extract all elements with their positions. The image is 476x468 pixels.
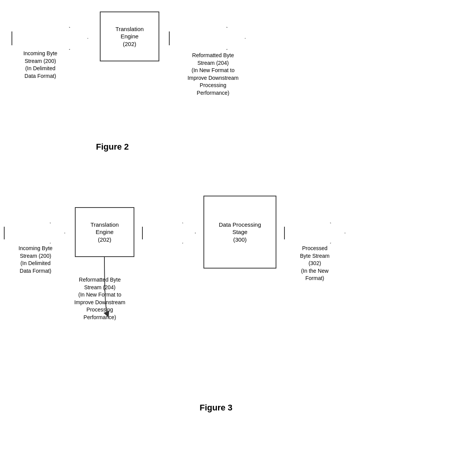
- fig3-caption: Figure 3: [200, 403, 233, 413]
- fig3-outgoing-arrow: [284, 222, 345, 244]
- fig3-data-processing-box: Data Processing Stage (300): [203, 196, 276, 269]
- fig2-translation-engine-box: Translation Engine (202): [100, 12, 159, 61]
- fig3-label-incoming: Incoming Byte Stream (200) (In Delimited…: [2, 245, 69, 275]
- fig3-incoming-arrow: [4, 222, 65, 244]
- fig3-label-processed: Processed Byte Stream (302) (In the New …: [276, 245, 353, 282]
- fig2-incoming-arrow: [12, 27, 88, 50]
- fig2-label-incoming: Incoming Byte Stream (200) (In Delimited…: [2, 50, 79, 80]
- diagram-container: Translation Engine (202) Incoming Byte S…: [0, 0, 476, 468]
- fig3-label-reformatted: Reformatted Byte Stream (204) (In New Fo…: [58, 276, 142, 321]
- fig3-data-processing-label: Data Processing Stage (300): [219, 221, 261, 244]
- fig2-outgoing-arrow: [169, 27, 246, 50]
- fig2-translation-engine-label: Translation Engine (202): [116, 25, 144, 48]
- figure-3: Translation Engine (202) Data Processing…: [0, 188, 476, 468]
- fig3-middle-arrow: [142, 222, 196, 244]
- fig2-label-outgoing: Reformatted Byte Stream (204) (In New Fo…: [169, 52, 257, 97]
- fig3-translation-engine-label: Translation Engine (202): [91, 221, 119, 244]
- fig3-translation-engine-box: Translation Engine (202): [75, 207, 134, 257]
- figure-2: Translation Engine (202) Incoming Byte S…: [0, 4, 476, 169]
- fig2-caption: Figure 2: [96, 142, 129, 152]
